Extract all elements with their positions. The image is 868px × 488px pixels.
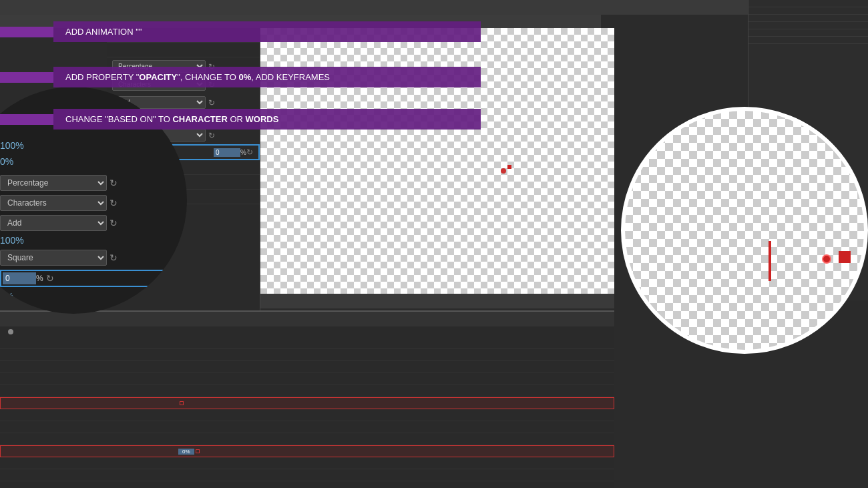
timeline: 0% (0, 310, 614, 488)
reset-icon-4[interactable]: ↻ (208, 131, 215, 140)
circle-smoothness-input[interactable] (3, 272, 36, 284)
circle-dropdown-4[interactable]: Square (0, 250, 107, 266)
viewport-dot-red2 (507, 165, 511, 169)
circle-value1: 100% (0, 140, 187, 151)
step3-content: CHANGE "BASED ON" TO CHARACTER OR WORDS (53, 109, 481, 130)
step2-banner: ADD PROPERTY "OPACITY", CHANGE TO 0%, AD… (0, 67, 481, 87)
step1-tag (0, 27, 53, 37)
panel-item-libraries[interactable] (748, 37, 868, 44)
zoom-dot (822, 254, 831, 264)
circle-value3: 100% (0, 235, 187, 246)
zoom-red-square (839, 251, 851, 263)
panel-item-audio[interactable] (748, 7, 868, 15)
circle-value4: 0% (0, 291, 187, 302)
circle-dropdown-2[interactable]: Characters (0, 195, 107, 211)
smoothness-bar: 0% (178, 449, 194, 455)
add-dot-icon[interactable] (8, 329, 13, 334)
circle-dropdown-1[interactable]: Percentage (0, 175, 107, 191)
circle-value5: 0% (0, 304, 187, 314)
zoom-cursor (769, 241, 771, 281)
smoothness-input[interactable] (214, 148, 240, 157)
timeline-row-0 (0, 337, 614, 349)
circle-value2: 0% (0, 156, 187, 167)
step1-content: ADD ANIMATION "" (53, 21, 481, 42)
panel-item-align[interactable] (748, 29, 868, 37)
step2-tag (0, 72, 53, 83)
step3-highlight2: WORDS (246, 114, 279, 124)
timeline-row-randomize (0, 481, 614, 488)
smoothness-indicator (196, 449, 200, 453)
timeline-row-amount (0, 421, 614, 433)
step1-banner: ADD ANIMATION "" (0, 21, 481, 42)
zoom-checker-bg (625, 111, 864, 350)
timeline-row-shape (0, 433, 614, 445)
step3-highlight1: CHARACTER (172, 114, 227, 124)
circle-reset-3[interactable]: ↻ (110, 218, 118, 228)
timeline-row-advanced (0, 373, 614, 385)
top-menubar: 🔍 (0, 0, 868, 15)
step2-highlight1: OPACITY (139, 72, 177, 82)
timeline-row-1 (0, 349, 614, 361)
timeline-row-units (0, 385, 614, 397)
timeline-row-mode (0, 409, 614, 421)
timeline-row-smoothness: 0% (0, 445, 614, 457)
step3-banner: CHANGE "BASED ON" TO CHARACTER OR WORDS (0, 109, 481, 130)
step2-content: ADD PROPERTY "OPACITY", CHANGE TO 0%, AD… (53, 67, 481, 87)
circle-dropdown-3[interactable]: Add (0, 215, 107, 231)
timeline-row-ease-high (0, 457, 614, 469)
step2-highlight2: 0% (238, 72, 251, 82)
timeline-row-ease-low (0, 469, 614, 481)
viewport-dot-red (501, 168, 506, 174)
reset-icon-3[interactable]: ↻ (208, 98, 215, 107)
circle-reset-4[interactable]: ↻ (110, 252, 118, 263)
viewport-bottombar (260, 294, 614, 308)
timeline-header (0, 312, 614, 326)
circle-reset-5[interactable]: ↻ (46, 273, 54, 284)
panel-item-info[interactable] (748, 0, 868, 7)
reset-icon-5[interactable]: ↻ (246, 148, 253, 157)
step3-tag (0, 114, 53, 125)
zoom-circle (621, 107, 868, 354)
timeline-row-offset (0, 361, 614, 373)
based-on-indicator (180, 401, 184, 405)
panel-item-effects[interactable] (748, 22, 868, 29)
panel-item-preview[interactable] (748, 15, 868, 22)
circle-reset-1[interactable]: ↻ (110, 178, 118, 188)
timeline-row-based-on (0, 397, 614, 409)
dark-circle-content: 100% 0% Percentage ↻ Characters ↻ Add ↻ … (0, 140, 187, 314)
circle-reset-2[interactable]: ↻ (110, 198, 118, 208)
